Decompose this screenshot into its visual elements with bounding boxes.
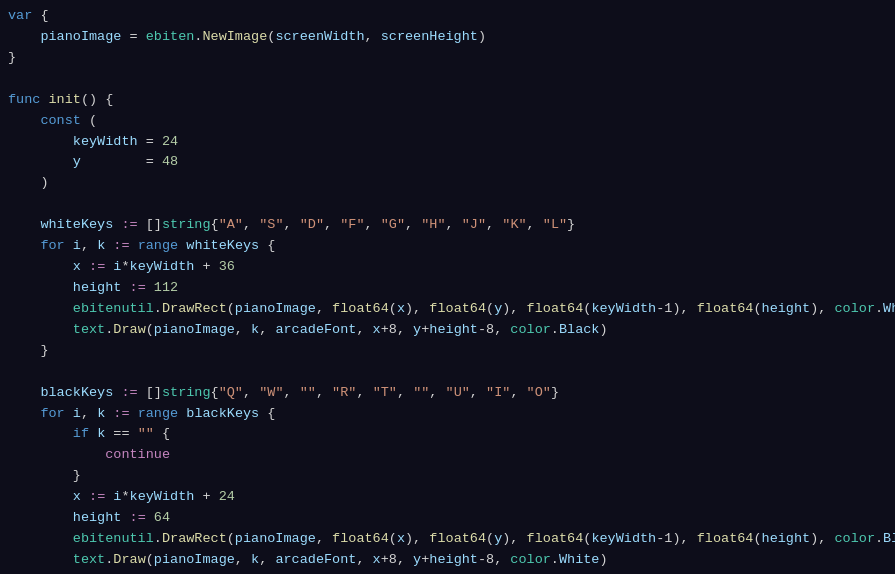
token-str: "L": [543, 215, 567, 236]
token-str: "J": [462, 215, 486, 236]
token-plain: [89, 424, 97, 445]
token-blue-ident: y: [413, 320, 421, 341]
token-blue-ident: arcadeFont: [275, 550, 356, 571]
token-plain: {: [259, 236, 275, 257]
token-fn: Draw: [113, 550, 145, 571]
code-line: var {: [0, 6, 895, 27]
token-plain: ,: [486, 215, 502, 236]
token-blue-ident: k: [97, 404, 105, 425]
token-blue-ident: blackKeys: [186, 404, 259, 425]
token-plain: .: [105, 320, 113, 341]
token-blue-ident: k: [251, 320, 259, 341]
token-plain: (: [81, 111, 97, 132]
token-plain: [8, 236, 40, 257]
token-blue-ident: x: [373, 320, 381, 341]
code-line: keyWidth = 24: [0, 132, 895, 153]
token-plain: +: [421, 320, 429, 341]
token-blue-ident: x: [73, 257, 81, 278]
token-pkg: text: [73, 320, 105, 341]
token-blue-ident: y: [73, 152, 81, 173]
token-kw: range: [138, 404, 179, 425]
code-line: height := 112: [0, 278, 895, 299]
token-plain: ,: [356, 550, 372, 571]
token-plain: .: [105, 550, 113, 571]
token-blue-ident: pianoImage: [235, 299, 316, 320]
token-pkg: ebitenutil: [73, 529, 154, 550]
token-plain: ,: [235, 550, 251, 571]
token-plain: [130, 236, 138, 257]
code-line: x := i*keyWidth + 24: [0, 487, 895, 508]
token-blue-ident: Black: [559, 320, 600, 341]
token-num: 112: [154, 278, 178, 299]
token-blue-ident: y: [413, 550, 421, 571]
token-blue-ident: whiteKeys: [40, 215, 113, 236]
token-str: "U": [446, 383, 470, 404]
token-plain: (: [583, 529, 591, 550]
token-blue-ident: x: [373, 550, 381, 571]
token-plain: [105, 236, 113, 257]
token-plain: ): [8, 173, 49, 194]
code-line: if k == "" {: [0, 424, 895, 445]
token-blue-ident: keyWidth: [130, 257, 195, 278]
token-plain: ,: [446, 215, 462, 236]
token-plain: [8, 278, 73, 299]
token-fn: float64: [697, 529, 754, 550]
token-num: 36: [219, 257, 235, 278]
token-plain: {: [259, 404, 275, 425]
token-plain: -1),: [656, 299, 697, 320]
token-kw: if: [73, 424, 89, 445]
token-plain: ,: [284, 215, 300, 236]
token-str: "S": [259, 215, 283, 236]
code-line: pianoImage = ebiten.NewImage(screenWidth…: [0, 27, 895, 48]
token-plain: .: [875, 299, 883, 320]
token-plain: *: [121, 487, 129, 508]
token-plain: ,: [81, 404, 97, 425]
token-plain: ,: [316, 529, 332, 550]
token-blue-ident: screenWidth: [275, 27, 364, 48]
token-plain: ): [599, 550, 607, 571]
token-blue-ident: Black: [883, 529, 895, 550]
token-blue-ident: x: [397, 299, 405, 320]
token-str: "": [413, 383, 429, 404]
token-type: string: [162, 215, 211, 236]
code-line: }: [0, 466, 895, 487]
code-editor: var { pianoImage = ebiten.NewImage(scree…: [0, 0, 895, 574]
token-blue-ident: y: [494, 299, 502, 320]
token-plain: [8, 529, 73, 550]
token-str: "Q": [219, 383, 243, 404]
token-plain: (: [227, 299, 235, 320]
token-plain: ,: [510, 383, 526, 404]
token-num: 64: [154, 508, 170, 529]
token-plain: ,: [405, 215, 421, 236]
token-plain: }: [8, 341, 49, 362]
token-blue-ident: y: [494, 529, 502, 550]
token-plain: ,: [356, 320, 372, 341]
token-kw: for: [40, 236, 64, 257]
token-blue-ident: height: [762, 299, 811, 320]
token-plain: {: [32, 6, 48, 27]
token-pkg: color: [510, 550, 551, 571]
token-plain: +8,: [381, 320, 413, 341]
code-line: continue: [0, 445, 895, 466]
token-num: 24: [219, 487, 235, 508]
token-pkg: ebitenutil: [73, 299, 154, 320]
token-plain: []: [138, 215, 162, 236]
token-plain: [81, 487, 89, 508]
token-blue-ident: height: [429, 320, 478, 341]
token-plain: [8, 320, 73, 341]
token-plain: [105, 257, 113, 278]
token-blue-ident: whiteKeys: [186, 236, 259, 257]
token-pkg: text: [73, 550, 105, 571]
token-plain: =: [121, 27, 145, 48]
token-plain: (: [486, 529, 494, 550]
token-blue-ident: keyWidth: [591, 529, 656, 550]
token-plain: [130, 404, 138, 425]
token-blue-ident: pianoImage: [154, 320, 235, 341]
token-plain: [8, 111, 40, 132]
token-plain: {: [211, 215, 219, 236]
token-plain: [40, 90, 48, 111]
token-plain: [81, 257, 89, 278]
token-magenta: :=: [121, 215, 137, 236]
token-plain: ,: [324, 215, 340, 236]
token-str: "T": [373, 383, 397, 404]
